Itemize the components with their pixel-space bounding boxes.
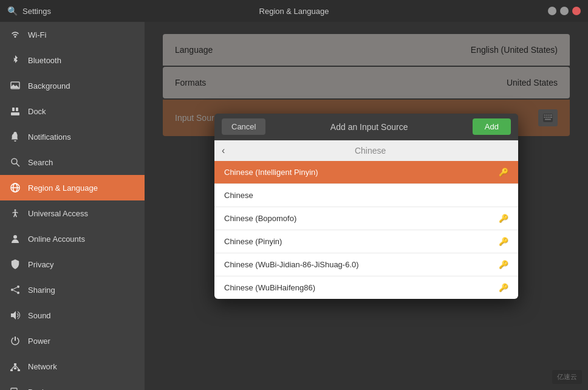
sidebar-label-power: Power [28, 337, 135, 346]
svg-rect-1 [11, 112, 19, 115]
region-icon [10, 182, 21, 193]
close-button[interactable] [572, 7, 581, 15]
list-item-0[interactable]: Chinese (Intelligent Pinyin) 🔑 [214, 161, 518, 184]
sidebar-item-universal-access[interactable]: Universal Access [0, 200, 145, 226]
privacy-icon [10, 259, 21, 270]
sidebar-label-online-accounts: Online Accounts [28, 234, 135, 244]
list-item-3[interactable]: Chinese (Pinyin) 🔑 [214, 230, 518, 253]
svg-point-13 [17, 292, 19, 294]
list-item-2[interactable]: Chinese (Bopomofo) 🔑 [214, 207, 518, 230]
svg-line-5 [16, 163, 19, 166]
back-button[interactable]: ‹ [222, 145, 225, 156]
key-icon-3: 🔑 [499, 237, 508, 246]
main-layout: Wi-Fi Bluetooth Background Dock Notifica [0, 22, 588, 390]
titlebar-left: 🔍 Settings [7, 6, 51, 16]
sidebar-item-devices[interactable]: Devices › [0, 379, 145, 390]
svg-point-4 [12, 159, 17, 164]
sidebar-item-region[interactable]: Region & Language [0, 175, 145, 200]
dialog-header: Cancel Add an Input Source Add [214, 114, 518, 140]
sidebar-label-region: Region & Language [28, 183, 135, 193]
sidebar-label-notifications: Notifications [28, 132, 135, 142]
svg-rect-19 [18, 369, 20, 371]
key-icon-4: 🔑 [499, 260, 508, 269]
sidebar-item-power[interactable]: Power [0, 328, 145, 354]
dialog-list: Chinese (Intelligent Pinyin) 🔑 Chinese C… [214, 161, 518, 299]
bluetooth-icon [10, 55, 21, 66]
sidebar-label-bluetooth: Bluetooth [28, 56, 135, 65]
sidebar-label-universal-access: Universal Access [28, 209, 135, 218]
sidebar-label-dock: Dock [28, 107, 135, 116]
background-icon [10, 80, 21, 91]
sidebar-item-sharing[interactable]: Sharing [0, 277, 145, 303]
notifications-icon [10, 131, 21, 142]
sidebar-label-sound: Sound [28, 311, 135, 320]
minimize-button[interactable] [548, 7, 556, 15]
app-name: Settings [22, 7, 51, 16]
power-icon [10, 335, 21, 346]
sidebar-label-sharing: Sharing [28, 286, 135, 295]
list-item-label-5: Chinese (WuBiHaifeng86) [224, 283, 315, 292]
sidebar-label-devices: Devices [28, 388, 125, 391]
list-item-label-2: Chinese (Bopomofo) [224, 214, 296, 223]
sidebar-item-sound[interactable]: Sound [0, 303, 145, 328]
svg-point-11 [17, 286, 19, 288]
content-area: Language English (United States) Formats… [145, 22, 588, 390]
universal-access-icon [10, 208, 21, 219]
sidebar-item-online-accounts[interactable]: Online Accounts [0, 226, 145, 251]
sidebar-item-dock[interactable]: Dock [0, 98, 145, 124]
sidebar: Wi-Fi Bluetooth Background Dock Notifica [0, 22, 145, 390]
cancel-button[interactable]: Cancel [222, 118, 265, 135]
sidebar-item-search[interactable]: Search [0, 149, 145, 175]
devices-icon [10, 386, 21, 390]
add-input-source-dialog: Cancel Add an Input Source Add ‹ Chinese… [214, 114, 518, 299]
svg-point-9 [15, 210, 16, 211]
dialog-title: Add an Input Source [330, 122, 408, 132]
window-controls [548, 7, 581, 15]
wifi-icon [10, 29, 21, 40]
sidebar-item-privacy[interactable]: Privacy [0, 251, 145, 277]
sidebar-label-background: Background [28, 81, 135, 91]
sidebar-item-bluetooth[interactable]: Bluetooth [0, 47, 145, 73]
dialog-nav: ‹ Chinese [214, 140, 518, 161]
sidebar-label-network: Network [28, 362, 135, 371]
search-sidebar-icon [10, 157, 21, 168]
svg-rect-18 [10, 369, 13, 371]
list-item-5[interactable]: Chinese (WuBiHaifeng86) 🔑 [214, 276, 518, 299]
key-icon-5: 🔑 [499, 283, 508, 292]
online-accounts-icon [10, 233, 21, 244]
list-item-label-3: Chinese (Pinyin) [224, 237, 282, 246]
list-item-4[interactable]: Chinese (WuBi-Jidian-86-JiShuag-6.0) 🔑 [214, 253, 518, 276]
sidebar-item-wifi[interactable]: Wi-Fi [0, 22, 145, 47]
svg-rect-17 [14, 368, 16, 369]
sound-icon [10, 310, 21, 321]
network-icon [10, 361, 21, 372]
svg-rect-23 [14, 363, 16, 365]
sidebar-item-network[interactable]: Network [0, 354, 145, 379]
list-item-label-0: Chinese (Intelligent Pinyin) [224, 168, 318, 177]
list-item-1[interactable]: Chinese [214, 184, 518, 207]
sidebar-item-background[interactable]: Background [0, 73, 145, 98]
sidebar-label-search: Search [28, 158, 135, 167]
sidebar-item-notifications[interactable]: Notifications [0, 124, 145, 149]
dock-icon [10, 106, 21, 117]
page-title: Region & Language [259, 7, 329, 16]
titlebar: 🔍 Settings Region & Language [0, 0, 588, 22]
svg-line-15 [13, 290, 17, 292]
svg-point-12 [11, 289, 13, 291]
search-icon: 🔍 [7, 6, 18, 16]
key-icon-2: 🔑 [499, 214, 508, 223]
list-item-label-1: Chinese [224, 191, 253, 200]
dialog-search-label: Chinese [230, 146, 511, 156]
svg-rect-2 [12, 108, 15, 111]
sidebar-label-privacy: Privacy [28, 260, 135, 269]
dialog-overlay: Cancel Add an Input Source Add ‹ Chinese… [145, 22, 588, 390]
svg-line-14 [13, 287, 17, 289]
list-item-label-4: Chinese (WuBi-Jidian-86-JiShuag-6.0) [224, 260, 359, 269]
add-button[interactable]: Add [473, 118, 511, 135]
sharing-icon [10, 284, 21, 295]
svg-marker-16 [11, 311, 16, 320]
svg-point-10 [13, 235, 17, 239]
maximize-button[interactable] [560, 7, 569, 15]
sidebar-label-wifi: Wi-Fi [28, 30, 135, 39]
svg-rect-3 [16, 108, 18, 111]
